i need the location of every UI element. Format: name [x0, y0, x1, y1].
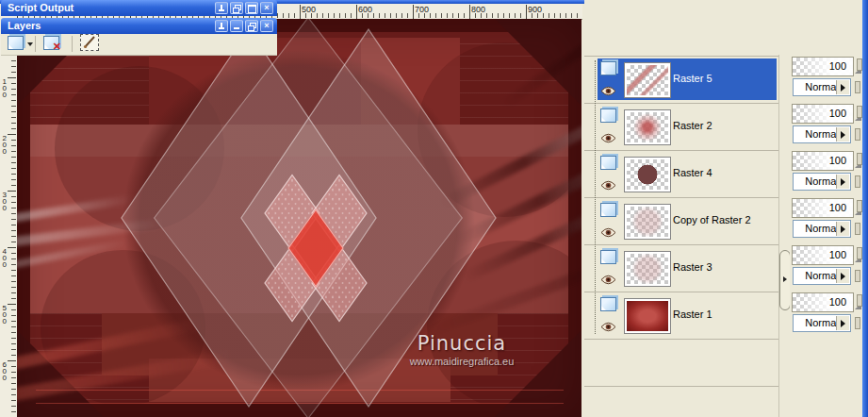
- dropdown-arrow-icon[interactable]: [836, 127, 849, 142]
- layer-controls-column: 100 Normal 100 Normal 100 Normal 100 Nor…: [790, 55, 862, 417]
- edit-selection-button[interactable]: [80, 34, 99, 51]
- new-raster-layer-button[interactable]: [8, 36, 33, 53]
- blend-slider-handle[interactable]: [855, 317, 860, 329]
- blend-mode-select[interactable]: Normal: [793, 125, 851, 143]
- dropdown-arrow-icon[interactable]: [836, 269, 849, 283]
- layer-thumbnail: [624, 204, 671, 240]
- layer-row[interactable]: Raster 4: [598, 153, 777, 194]
- layer-controls: 100 Normal: [790, 291, 862, 338]
- minimize-icon[interactable]: [230, 20, 243, 32]
- restore-icon[interactable]: [230, 2, 243, 14]
- raster-layer-icon: [600, 156, 616, 170]
- layer-name: Copy of Raster 2: [673, 214, 751, 225]
- opacity-field[interactable]: 100: [792, 292, 854, 312]
- window-right-frame: [862, 0, 868, 417]
- layer-list: Raster 5 Raster 2 Raster 4 Copy of Raste…: [584, 55, 778, 417]
- opacity-slider-handle[interactable]: [857, 106, 862, 118]
- visibility-eye-icon[interactable]: [600, 319, 616, 329]
- dropdown-arrow-icon[interactable]: [836, 80, 849, 94]
- blend-mode-value: Normal: [805, 175, 838, 187]
- visibility-eye-icon[interactable]: [600, 130, 616, 141]
- pin-icon[interactable]: [215, 20, 228, 32]
- layer-thumbnail: [624, 62, 671, 98]
- script-output-title: Script Output: [8, 2, 74, 13]
- raster-layer-icon: [600, 61, 616, 75]
- blend-slider-handle[interactable]: [855, 270, 860, 282]
- watermark-name: Pinuccia: [391, 332, 532, 355]
- opacity-field[interactable]: 100: [792, 57, 854, 76]
- blend-mode-select[interactable]: Normal: [793, 220, 851, 238]
- blend-mode-value: Normal: [805, 81, 838, 92]
- visibility-eye-icon[interactable]: [600, 83, 616, 93]
- layers-panel-titlebar[interactable]: Layers: [1, 18, 277, 34]
- opacity-slider-handle[interactable]: [857, 200, 862, 212]
- close-icon[interactable]: [260, 20, 273, 32]
- visibility-eye-icon[interactable]: [600, 272, 616, 282]
- opacity-slider-handle[interactable]: [857, 153, 862, 165]
- opacity-field[interactable]: 100: [792, 198, 854, 218]
- blend-mode-select[interactable]: Normal: [793, 267, 851, 285]
- script-output-titlebar[interactable]: Script Output: [1, 0, 277, 16]
- layer-controls: 100 Normal: [790, 196, 862, 243]
- image-canvas[interactable]: Pinuccia www.maidiregrafica.eu: [17, 19, 581, 417]
- layer-controls: 100 Normal: [790, 55, 862, 102]
- visibility-eye-icon[interactable]: [600, 177, 616, 188]
- delete-layer-icon: [43, 36, 59, 50]
- opacity-field[interactable]: 100: [792, 151, 854, 171]
- brush-icon: [82, 35, 97, 49]
- layer-row[interactable]: Copy of Raster 2: [598, 200, 777, 242]
- dropdown-arrow-icon[interactable]: [836, 175, 849, 189]
- chevron-down-icon[interactable]: [27, 42, 33, 46]
- opacity-value: 100: [829, 108, 846, 119]
- blend-mode-select[interactable]: Normal: [793, 173, 851, 191]
- layer-name: Raster 3: [673, 261, 712, 273]
- close-icon[interactable]: [260, 2, 273, 14]
- new-layer-icon: [8, 36, 24, 50]
- pin-icon[interactable]: [215, 2, 228, 14]
- blend-slider-handle[interactable]: [855, 223, 860, 235]
- maximize-icon[interactable]: [245, 2, 258, 14]
- blend-slider-handle[interactable]: [855, 175, 860, 188]
- opacity-slider-handle[interactable]: [857, 294, 862, 307]
- opacity-slider-handle[interactable]: [857, 247, 862, 259]
- layers-panel-title: Layers: [8, 20, 41, 31]
- opacity-value: 100: [829, 155, 846, 166]
- layer-row[interactable]: Raster 5: [598, 58, 777, 100]
- opacity-field[interactable]: 100: [792, 245, 854, 265]
- opacity-slider-handle[interactable]: [857, 58, 862, 71]
- restore-icon[interactable]: [245, 20, 258, 32]
- blend-slider-handle[interactable]: [855, 128, 860, 141]
- raster-layer-icon: [600, 297, 616, 311]
- blend-slider-handle[interactable]: [855, 81, 860, 93]
- opacity-value: 100: [829, 202, 846, 213]
- delete-layer-button[interactable]: [43, 36, 59, 53]
- layer-name: Raster 2: [673, 120, 712, 131]
- layer-thumbnail: [624, 109, 671, 145]
- blend-mode-value: Normal: [805, 270, 838, 281]
- raster-layer-icon: [600, 250, 616, 264]
- opacity-value: 100: [829, 60, 846, 72]
- layer-thumbnail: [624, 298, 671, 334]
- layer-link-column: [595, 60, 597, 334]
- layer-thumbnail: [624, 157, 671, 192]
- layer-controls: 100 Normal: [790, 243, 862, 291]
- watermark: Pinuccia www.maidiregrafica.eu: [391, 332, 532, 367]
- blend-mode-value: Normal: [805, 223, 838, 234]
- opacity-value: 100: [829, 296, 846, 308]
- layer-row[interactable]: Raster 1: [598, 294, 777, 336]
- visibility-eye-icon[interactable]: [600, 225, 616, 235]
- dropdown-arrow-icon[interactable]: [836, 316, 849, 330]
- layer-row[interactable]: Raster 2: [598, 106, 777, 147]
- layer-controls: 100 Normal: [790, 102, 862, 149]
- dropdown-arrow-icon[interactable]: [836, 222, 849, 236]
- blend-mode-select[interactable]: Normal: [793, 78, 851, 96]
- opacity-field[interactable]: 100: [792, 104, 854, 124]
- blend-mode-select[interactable]: Normal: [793, 314, 851, 332]
- ruler-vertical: 0100200300400500600: [0, 19, 18, 417]
- raster-layer-icon: [600, 108, 616, 123]
- layer-thumbnail: [624, 251, 671, 287]
- layer-controls: 100 Normal: [790, 149, 862, 196]
- layer-row[interactable]: Raster 3: [598, 247, 777, 289]
- layers-toolbar: [1, 34, 277, 56]
- layer-name: Raster 1: [673, 309, 712, 320]
